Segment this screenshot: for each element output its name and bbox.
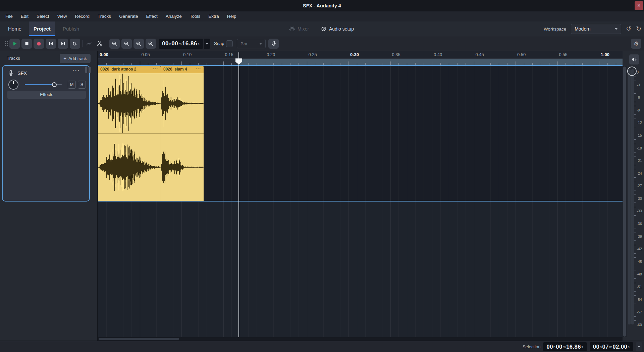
- clip-menu-button[interactable]: ···: [196, 66, 201, 72]
- db-label: -36: [637, 222, 642, 226]
- tab-home[interactable]: Home: [3, 21, 26, 36]
- menu-select[interactable]: Select: [33, 11, 53, 21]
- menu-analyze[interactable]: Analyze: [162, 11, 186, 21]
- menu-edit[interactable]: Edit: [17, 11, 33, 21]
- track-scroll-handle[interactable]: [85, 67, 87, 73]
- ruler-tick: [148, 63, 148, 65]
- chevron-down-icon: [615, 28, 618, 30]
- db-label: -30: [637, 196, 642, 201]
- timecode-segment: s: [197, 42, 200, 46]
- vertical-scrollbar-thumb[interactable]: [623, 67, 626, 337]
- workspace-select[interactable]: Modern: [571, 24, 621, 34]
- selection-end-field[interactable]: 00h07m02.00s: [590, 342, 633, 351]
- menu-tools[interactable]: Tools: [186, 11, 205, 21]
- menu-file[interactable]: File: [1, 11, 17, 21]
- fit-selection-button[interactable]: [133, 39, 144, 49]
- menu-tracks[interactable]: Tracks: [94, 11, 115, 21]
- menu-effect[interactable]: Effect: [142, 11, 161, 21]
- timecode-segment: 00: [593, 344, 599, 350]
- trim-button[interactable]: [95, 39, 104, 48]
- stop-button[interactable]: [21, 39, 32, 49]
- track-control-panel[interactable]: SFX ··· M S Effects: [2, 65, 90, 202]
- toolbar-separator: [83, 40, 83, 47]
- track-name[interactable]: SFX: [17, 71, 27, 76]
- chevron-down-icon: [638, 346, 640, 348]
- timecode-segment: m: [562, 345, 567, 349]
- playback-meter-button[interactable]: [629, 54, 639, 64]
- play-button[interactable]: [9, 39, 20, 49]
- speaker-icon: [631, 57, 637, 62]
- record-icon: [36, 41, 42, 46]
- snap-label: Snap: [214, 36, 224, 51]
- ruler-tick: [415, 63, 416, 65]
- vertical-scrollbar[interactable]: [623, 66, 627, 337]
- audio-clip[interactable]: 0026_dark atmos 2···: [98, 66, 161, 201]
- clip-header[interactable]: 0026_slam 4···: [161, 66, 204, 73]
- snap-checkbox[interactable]: [226, 40, 233, 47]
- ruler-tick: [357, 63, 357, 65]
- redo-icon[interactable]: ↻: [636, 24, 641, 34]
- zoom-out-button[interactable]: [121, 39, 132, 49]
- timecode-value[interactable]: 00h00m16.86s: [159, 39, 203, 49]
- ruler-tick: [106, 63, 107, 65]
- menu-generate[interactable]: Generate: [115, 11, 142, 21]
- timecode-segment: 00: [556, 344, 562, 350]
- zoom-in-button[interactable]: [109, 39, 120, 49]
- selection-start-field[interactable]: 00h00m16.86s: [543, 342, 587, 351]
- envelope-icon: [86, 41, 92, 46]
- undo-icon[interactable]: ↺: [626, 24, 631, 34]
- clip-menu-button[interactable]: ···: [153, 66, 158, 72]
- mute-button[interactable]: M: [68, 81, 76, 89]
- timeline-ruler[interactable]: 0:000:050:100:150:200:250:300:350:400:45…: [98, 51, 623, 58]
- envelope-tool-button[interactable]: [85, 39, 93, 48]
- selection-format-dropdown[interactable]: [636, 342, 642, 351]
- solo-button[interactable]: S: [78, 81, 86, 89]
- timecode-format-dropdown[interactable]: [204, 39, 210, 49]
- skip-to-end-button[interactable]: [58, 39, 68, 49]
- clip-header[interactable]: 0026_dark atmos 2···: [98, 66, 161, 73]
- db-tick: [634, 278, 636, 279]
- skip-to-start-button[interactable]: [46, 39, 56, 49]
- settings-button[interactable]: ⚙: [631, 39, 641, 49]
- mixer-button[interactable]: Mixer: [289, 21, 309, 36]
- snap-unit-select[interactable]: Bar: [237, 39, 266, 48]
- track-scroll-handle[interactable]: [89, 67, 91, 73]
- volume-slider-thumb[interactable]: [52, 82, 57, 87]
- tab-row: HomeProjectPublish Mixer Audio setup Wor…: [0, 21, 644, 36]
- menu-extra[interactable]: Extra: [204, 11, 223, 21]
- db-tick: [634, 169, 636, 169]
- menu-record[interactable]: Record: [71, 11, 94, 21]
- volume-slider[interactable]: [25, 84, 62, 85]
- ruler-tick: [549, 63, 549, 65]
- db-tick: [634, 220, 636, 220]
- record-button[interactable]: [34, 39, 44, 49]
- meter-panel: 0-3-6-9-12-15-18-21-24-27-30-33-36-39-42…: [627, 51, 644, 341]
- horizontal-scrollbar-thumb[interactable]: [99, 338, 179, 340]
- ruler-tick: [374, 63, 374, 65]
- horizontal-scrollbar[interactable]: [98, 337, 623, 341]
- menu-help[interactable]: Help: [223, 11, 240, 21]
- audio-clip[interactable]: 0026_slam 4···: [161, 66, 204, 201]
- menu-view[interactable]: View: [53, 11, 71, 21]
- audio-setup-button[interactable]: Audio setup: [321, 21, 354, 36]
- track-menu-button[interactable]: ···: [72, 67, 80, 74]
- db-tick: [634, 194, 636, 194]
- timecode-display[interactable]: 00h00m16.86s: [159, 39, 210, 49]
- timecode-segment: s: [581, 345, 584, 349]
- add-track-button[interactable]: + Add track: [60, 54, 91, 63]
- fit-project-button[interactable]: [146, 39, 156, 49]
- effects-button[interactable]: Effects: [7, 91, 86, 99]
- close-button[interactable]: ✕: [635, 1, 643, 10]
- timecode-segment: 00: [546, 344, 553, 350]
- tab-project[interactable]: Project: [29, 21, 55, 36]
- db-label: -3: [637, 83, 640, 87]
- pan-knob[interactable]: [8, 80, 18, 90]
- meter-gain-knob[interactable]: [627, 67, 637, 76]
- scrub-bar[interactable]: [98, 58, 623, 65]
- loop-button[interactable]: [70, 39, 80, 49]
- tab-publish[interactable]: Publish: [58, 21, 84, 36]
- ruler-tick: [123, 63, 123, 65]
- ruler-tick: [181, 61, 182, 65]
- ruler-tick: [131, 63, 132, 65]
- mic-monitor-button[interactable]: [268, 39, 279, 49]
